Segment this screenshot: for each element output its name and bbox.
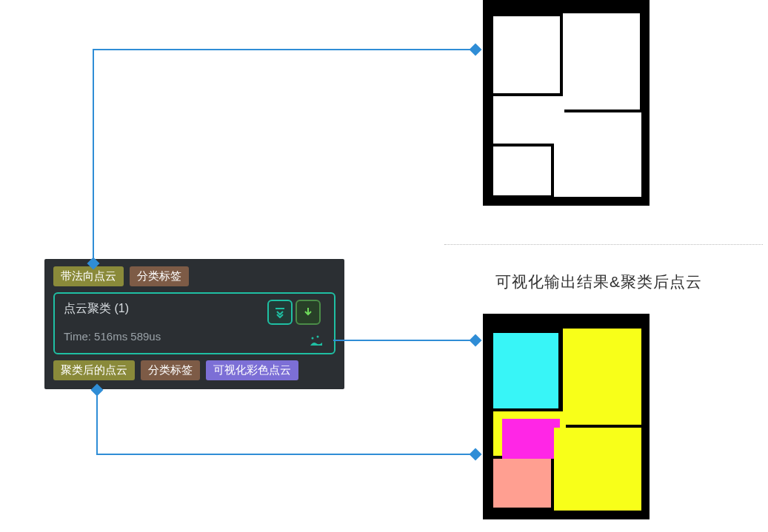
node-time: Time: 516ms 589us: [64, 330, 325, 343]
connector-line: [96, 391, 98, 454]
connector-line: [93, 49, 475, 50]
connector-endpoint: [470, 334, 482, 347]
input-port-normals[interactable]: 带法向点云: [53, 266, 124, 286]
svg-point-1: [317, 336, 319, 338]
expand-icon[interactable]: [267, 300, 293, 325]
cluster-region: [493, 459, 551, 508]
output-port-row: 聚类后的点云 分类标签 可视化彩色点云: [53, 360, 335, 380]
point-cloud-icon: [310, 335, 322, 347]
point-cloud-cluster-node: 带法向点云 分类标签 点云聚类 (1) Time: 516ms 589us 聚类…: [44, 259, 344, 389]
output-port-colored[interactable]: 可视化彩色点云: [206, 360, 298, 380]
cluster-region: [502, 419, 560, 459]
cluster-region: [493, 333, 558, 408]
connector-endpoint: [470, 448, 482, 461]
clustered-pointcloud-image: [483, 314, 650, 519]
connector-endpoint: [470, 44, 482, 56]
node-body[interactable]: 点云聚类 (1) Time: 516ms 589us: [53, 292, 335, 354]
connector-line: [93, 49, 94, 263]
connector-line: [96, 454, 476, 455]
output-section-title: 可视化输出结果&聚类后点云: [495, 272, 702, 292]
input-pointcloud-image: [483, 0, 650, 206]
cluster-region: [554, 428, 641, 511]
divider: [444, 244, 763, 245]
output-port-labels[interactable]: 分类标签: [141, 360, 200, 380]
output-port-clustered[interactable]: 聚类后的点云: [53, 360, 135, 380]
input-port-labels[interactable]: 分类标签: [130, 266, 189, 286]
connector-line: [333, 340, 476, 341]
svg-point-0: [312, 337, 314, 340]
download-icon[interactable]: [295, 300, 321, 325]
input-port-row: 带法向点云 分类标签: [53, 266, 335, 286]
cluster-region: [563, 329, 641, 425]
